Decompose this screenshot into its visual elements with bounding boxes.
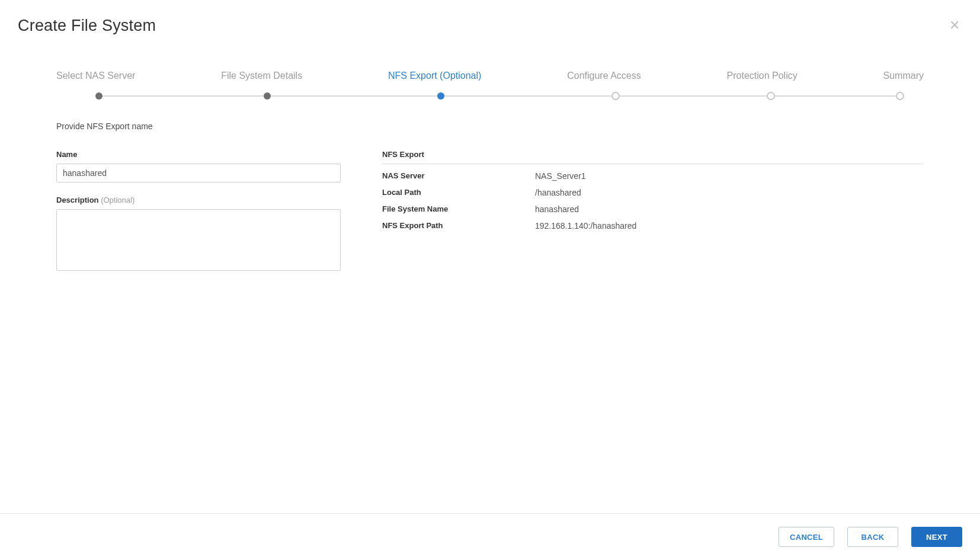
step-label-2: File System Details	[221, 71, 302, 81]
step-node-5	[767, 92, 775, 100]
step-label-4: Configure Access	[567, 71, 641, 81]
summary-key: File System Name	[382, 204, 535, 214]
step-node-4	[611, 92, 620, 100]
summary-key: NFS Export Path	[382, 221, 535, 231]
summary-row: NFS Export Path 192.168.1.140:/hanashare…	[382, 221, 924, 231]
description-optional: (Optional)	[101, 196, 134, 204]
name-input[interactable]	[56, 164, 341, 183]
description-input[interactable]	[56, 209, 341, 271]
step-node-6	[896, 92, 904, 100]
description-label-text: Description	[56, 196, 99, 204]
step-node-2	[264, 92, 271, 100]
summary-val: 192.168.1.140:/hanashared	[535, 221, 636, 231]
next-button[interactable]: NEXT	[911, 527, 962, 547]
back-button[interactable]: BACK	[847, 527, 898, 547]
summary-key: Local Path	[382, 188, 535, 197]
summary-row: Local Path /hanashared	[382, 188, 924, 197]
wizard-stepper: Select NAS Server File System Details NF…	[56, 71, 924, 100]
page-title: Create File System	[18, 17, 156, 35]
step-line	[99, 95, 900, 97]
step-label-3: NFS Export (Optional)	[388, 71, 481, 81]
step-label-5: Protection Policy	[727, 71, 798, 81]
description-label: Description (Optional)	[56, 196, 341, 204]
close-icon[interactable]: ✕	[947, 17, 962, 34]
step-node-1	[95, 92, 103, 100]
section-instruction: Provide NFS Export name	[56, 121, 924, 131]
summary-val: NAS_Server1	[535, 171, 586, 181]
summary-val: hanashared	[535, 204, 579, 214]
wizard-footer: CANCEL BACK NEXT	[0, 513, 980, 560]
summary-key: NAS Server	[382, 171, 535, 181]
step-node-3	[437, 92, 444, 100]
summary-title: NFS Export	[382, 150, 924, 164]
name-label: Name	[56, 150, 341, 159]
step-label-6: Summary	[883, 71, 924, 81]
step-label-1: Select NAS Server	[56, 71, 135, 81]
summary-row: File System Name hanashared	[382, 204, 924, 214]
cancel-button[interactable]: CANCEL	[779, 527, 834, 547]
summary-row: NAS Server NAS_Server1	[382, 171, 924, 181]
summary-val: /hanashared	[535, 188, 581, 197]
